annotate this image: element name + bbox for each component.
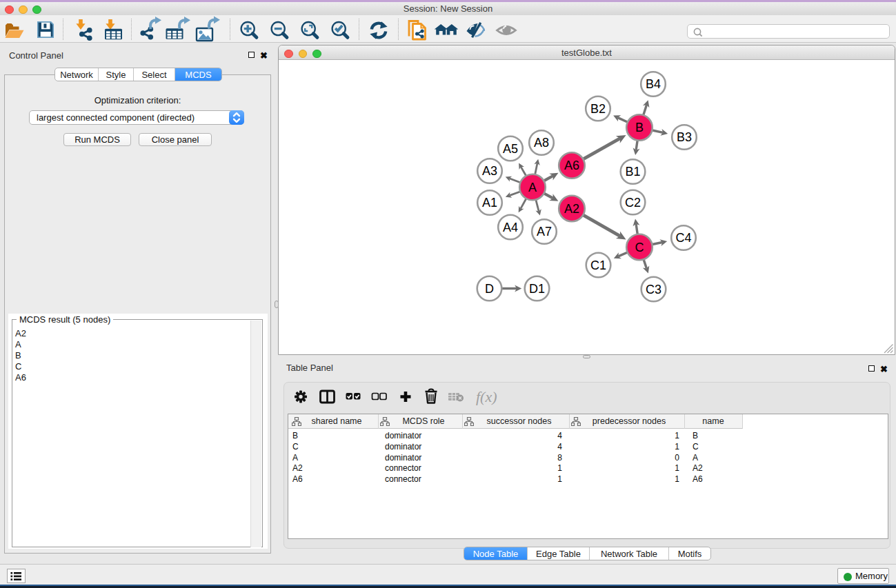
svg-text:C: C	[635, 241, 644, 254]
svg-text:A5: A5	[503, 142, 518, 156]
svg-text:C1: C1	[590, 258, 606, 272]
svg-text:D1: D1	[529, 282, 545, 296]
svg-text:B1: B1	[625, 165, 640, 179]
svg-text:B: B	[635, 121, 644, 134]
svg-text:A7: A7	[537, 225, 552, 239]
svg-text:D: D	[485, 282, 494, 296]
svg-text:A6: A6	[564, 159, 579, 172]
svg-text:C2: C2	[625, 196, 641, 210]
svg-text:A4: A4	[503, 221, 518, 234]
svg-text:B3: B3	[677, 130, 692, 144]
svg-text:B4: B4	[646, 77, 661, 91]
svg-text:f(x): f(x)	[476, 388, 497, 405]
svg-text:C3: C3	[646, 283, 661, 296]
svg-text:A1: A1	[482, 196, 497, 210]
svg-text:B2: B2	[590, 102, 606, 116]
svg-text:A8: A8	[534, 136, 549, 150]
svg-text:C4: C4	[675, 231, 691, 245]
svg-text:A2: A2	[564, 202, 579, 216]
svg-text:A3: A3	[482, 164, 497, 178]
svg-text:A: A	[528, 181, 537, 194]
